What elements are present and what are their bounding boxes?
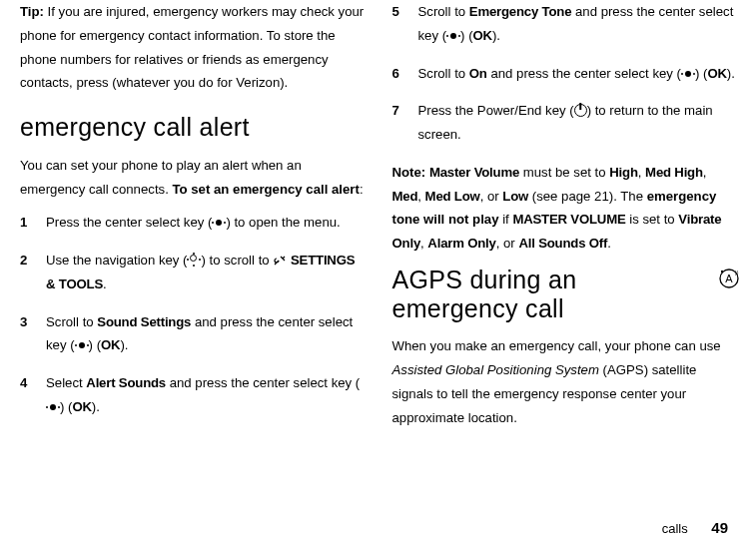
step-7: 7 Press the Power/End key () to return t… [392,99,737,147]
tip-paragraph: Tip: If you are injured, emergency worke… [20,0,365,95]
navigation-key-icon [187,253,201,267]
step-number: 2 [20,249,46,296]
tools-icon [273,255,287,267]
ok-label: OK [101,337,120,352]
page-number: 49 [711,519,728,536]
step-6: 6 Scroll to On and press the center sele… [392,62,737,86]
page-footer: calls 49 [662,519,728,536]
step-3: 3 Scroll to Sound Settings and press the… [20,310,365,358]
step-number: 4 [20,371,46,419]
center-select-icon [446,31,460,41]
ok-label: OK [72,399,91,414]
on-label: On [469,66,487,81]
agps-heading-row: AGPS during an emergency call A)) [392,266,737,323]
intro-bold: To set an emergency call alert [172,182,359,197]
left-column: Tip: If you are injured, emergency worke… [20,0,365,544]
tip-label: Tip: [20,4,44,19]
step-number: 3 [20,310,46,358]
step-number: 6 [392,62,418,86]
step-number: 5 [392,0,418,48]
step-number: 1 [20,211,46,235]
step-body: Use the navigation key () to scroll to S… [46,249,365,296]
center-select-icon [75,340,89,350]
agps-italic: Assisted Global Positioning System [392,362,599,377]
step-1: 1 Press the center select key () to open… [20,211,365,235]
step-body: Scroll to On and press the center select… [418,62,737,86]
intro-paragraph: You can set your phone to play an alert … [20,154,365,202]
agps-paragraph: When you make an emergency call, your ph… [392,334,737,429]
svg-text:)): )) [735,270,739,275]
emergency-tone-label: Emergency Tone [469,4,572,19]
step-5: 5 Scroll to Emergency Tone and press the… [392,0,737,48]
footer-section: calls [662,521,688,536]
note-paragraph: Note: Master Volume must be set to High,… [392,161,737,256]
ok-label: OK [707,66,726,81]
step-body: Press the center select key () to open t… [46,211,365,235]
step-number: 7 [392,99,418,147]
step-body: Scroll to Emergency Tone and press the c… [418,0,737,48]
center-select-icon [212,218,226,228]
tip-body: If you are injured, emergency workers ma… [20,4,364,90]
center-select-icon [681,69,695,79]
center-select-icon [46,402,60,412]
right-column: 5 Scroll to Emergency Tone and press the… [392,0,737,544]
steps-list-right: 5 Scroll to Emergency Tone and press the… [392,0,737,147]
steps-list-left: 1 Press the center select key () to open… [20,211,365,418]
svg-text:A: A [725,272,733,284]
step-4: 4 Select Alert Sounds and press the cent… [20,371,365,419]
agps-feature-icon: A)) [718,268,740,289]
heading-agps: AGPS during an emergency call [392,266,737,323]
alert-sounds-label: Alert Sounds [86,375,166,390]
ok-label: OK [473,28,492,43]
heading-emergency-call-alert: emergency call alert [20,113,365,142]
step-body: Scroll to Sound Settings and press the c… [46,310,365,358]
sound-settings-label: Sound Settings [97,314,191,329]
step-body: Press the Power/End key () to return to … [418,99,737,147]
manual-page: Tip: If you are injured, emergency worke… [0,0,756,544]
note-label: Note: [392,165,426,180]
step-2: 2 Use the navigation key () to scroll to… [20,249,365,296]
power-end-key-icon [574,104,587,117]
step-body: Select Alert Sounds and press the center… [46,371,365,419]
